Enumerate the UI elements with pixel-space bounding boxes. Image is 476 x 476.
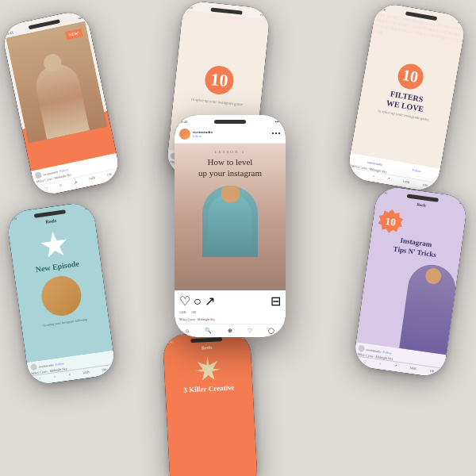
phone7-time: 9:41 — [380, 7, 386, 12]
phone7-username: sweinstudio — [367, 160, 383, 167]
phone5-screen: 9:41 ▪▪▪ Reels 3 Killer Creative — [163, 331, 258, 476]
phone6-number-badge: 10 — [376, 208, 405, 236]
phone4-username: sweinstudio — [38, 363, 54, 369]
phone7-content: LOVE TO SEE LOVE TO SEE LOVE TO SEE LOVE… — [351, 12, 466, 169]
phone7-comments: 190 — [422, 182, 428, 187]
phone3-title-line1: How to level — [208, 157, 253, 167]
phone-filters-right: 9:41 ▪▪▪ LOVE TO SEE LOVE TO SEE LOVE TO… — [346, 2, 466, 194]
phone-new-episode: 9:41 ▪▪▪ Reels New Episode ▶ Growing you… — [6, 201, 117, 386]
phone2-time: 9:41 — [188, 5, 194, 10]
phone1-heart-icon[interactable]: ♡ — [44, 186, 48, 192]
phone6-comment-icon[interactable]: ○ — [379, 362, 382, 366]
phone4-title-line1: New Episode — [35, 259, 79, 274]
phone3-lesson-label: LESSON 1 — [215, 150, 246, 154]
phone3-home-icon[interactable]: ⌂ — [186, 328, 189, 334]
phone1-share-icon[interactable]: ↗ — [73, 179, 78, 186]
phone3-screen: 9:41 ▪▪▪ sweinstudio Follow ··· LESSON 1… — [175, 115, 286, 337]
phone4-comments: 190 — [102, 367, 107, 372]
phone4-stats: 145K — [83, 370, 90, 374]
phone3-profile-icon[interactable]: ◯ — [268, 328, 274, 334]
phone5-time: 9:41 — [167, 340, 173, 344]
phone3-add-icon[interactable]: ⊕ — [228, 328, 232, 334]
phone4-follow[interactable]: Follow — [55, 361, 64, 367]
phone6-signal: ▪▪▪ — [459, 202, 463, 206]
phone3-title-line2: up your instagram — [198, 168, 262, 178]
phone1-comment-icon[interactable]: ○ — [59, 182, 63, 189]
phone1-head — [42, 52, 63, 73]
phone6-stats: 145K — [409, 366, 417, 370]
phone6-follow[interactable]: Follow — [382, 350, 392, 355]
phone5-title: 3 Killer Creative — [183, 383, 235, 394]
phone-center-main: 9:41 ▪▪▪ sweinstudio Follow ··· LESSON 1… — [175, 115, 286, 337]
phone4-play-icon: ▶ — [79, 308, 83, 314]
phone6-title: Instagram Tips N' Tricks — [374, 232, 457, 262]
phone1-follow[interactable]: Follow — [59, 167, 68, 173]
phone6-screen: 9:41 ▪▪▪ Reels 10 Instagram Tips N' Tric… — [353, 185, 469, 378]
phone3-nav-bar: ⌂ 🔍 ⊕ ♡ ◯ — [175, 324, 286, 337]
phone5-starburst-icon — [194, 355, 221, 382]
phone1-signal: ▪▪▪ — [79, 16, 83, 21]
phone3-share-icon[interactable]: ↗ — [205, 294, 215, 309]
phone7-comment-icon[interactable]: ○ — [373, 174, 375, 178]
phone7-heart-icon[interactable]: ♡ — [356, 171, 360, 176]
phone6-heart-icon[interactable]: ♡ — [363, 359, 367, 364]
scene: 9:41 ▪▪▪ NEW! sweinstudio Follow Miley — [0, 0, 476, 476]
phone3-post-image: LESSON 1 How to level up your instagram — [175, 144, 286, 290]
phone3-figure — [202, 186, 258, 257]
phone4-time: 9:41 — [11, 217, 17, 221]
phone3-heart-nav-icon[interactable]: ♡ — [248, 328, 252, 334]
phone6-share-icon[interactable]: ↗ — [393, 363, 397, 367]
phone7-screen: 9:41 ▪▪▪ LOVE TO SEE LOVE TO SEE LOVE TO… — [346, 2, 466, 194]
phone7-stats: 145K — [402, 179, 410, 184]
phone3-location: Miley Cyrus · Midnight Sky — [179, 317, 215, 321]
phone3-avatar — [179, 129, 190, 140]
phone5-content: 3 Killer Creative — [163, 349, 258, 476]
phone1-figure — [6, 21, 107, 143]
phone3-heart-icon[interactable]: ♡ — [179, 294, 190, 309]
phone4-signal: ▪▪▪ — [85, 206, 89, 211]
phone3-save-icon[interactable]: ⊟ — [271, 294, 281, 309]
phone4-share-icon[interactable]: ↗ — [67, 372, 71, 376]
phone4-comment-icon[interactable]: ○ — [53, 374, 56, 378]
phone6-comments: 190 — [429, 368, 435, 373]
phone7-follow[interactable]: Follow — [412, 168, 421, 174]
phone6-number: 10 — [385, 215, 397, 229]
phone3-follow[interactable]: Follow — [193, 134, 213, 138]
phone4-circle-image: ▶ — [39, 274, 83, 318]
phone3-comment-icon[interactable]: ○ — [194, 294, 202, 309]
phone4-screen: 9:41 ▪▪▪ Reels New Episode ▶ Growing you… — [6, 201, 117, 386]
phone3-status-bar: 9:41 ▪▪▪ — [175, 115, 286, 125]
phone1-time: 9:41 — [6, 31, 14, 36]
phone4-title: New Episode — [35, 259, 79, 275]
phone7-pattern: LOVE TO SEE LOVE TO SEE LOVE TO SEE LOVE… — [351, 12, 466, 169]
phone3-user-info: sweinstudio Follow — [179, 129, 213, 140]
phone6-figure — [399, 262, 459, 355]
phone3-action-row: ♡ ○ ↗ ⊟ — [179, 294, 281, 309]
phone3-likes: 145K — [179, 310, 186, 314]
phone4-content: New Episode ▶ Growing your Instagram fol… — [8, 219, 113, 363]
phone3-body — [209, 194, 252, 257]
phone3-more-icon[interactable]: ··· — [271, 127, 281, 141]
phone3-head — [221, 186, 240, 203]
phone4-play-button[interactable]: ▶ — [75, 305, 83, 317]
phone1-comments: 190 — [106, 172, 112, 178]
phone3-signal: ▪▪▪ — [275, 120, 279, 124]
phone3-search-icon[interactable]: 🔍 — [205, 328, 212, 334]
phone-fashion-left: 9:41 ▪▪▪ NEW! sweinstudio Follow Miley — [0, 9, 121, 198]
phone6-avatar — [358, 345, 365, 352]
phone3-actions: ♡ ○ ↗ ⊟ 145K 190 — [175, 290, 286, 317]
phone1-screen: 9:41 ▪▪▪ NEW! sweinstudio Follow Miley — [0, 9, 121, 198]
phone4-starburst-icon — [39, 229, 71, 261]
phone7-signal: ▪▪▪ — [458, 21, 462, 25]
phone3-username-block: sweinstudio Follow — [193, 130, 213, 138]
phone6-head — [424, 267, 443, 286]
phone4-avatar — [30, 363, 37, 370]
phone3-time: 9:41 — [181, 120, 188, 124]
phone4-heart-icon[interactable]: ♡ — [38, 376, 42, 381]
phone7-share-icon[interactable]: ↗ — [387, 176, 390, 180]
phone6-username: sweinstudio — [366, 347, 382, 354]
phone6-content: 10 Instagram Tips N' Tricks — [356, 202, 466, 355]
phone3-header: sweinstudio Follow ··· — [175, 125, 286, 144]
phone2-icons: ▪ ▪ ▪ — [260, 13, 266, 17]
phone1-person — [32, 60, 90, 139]
